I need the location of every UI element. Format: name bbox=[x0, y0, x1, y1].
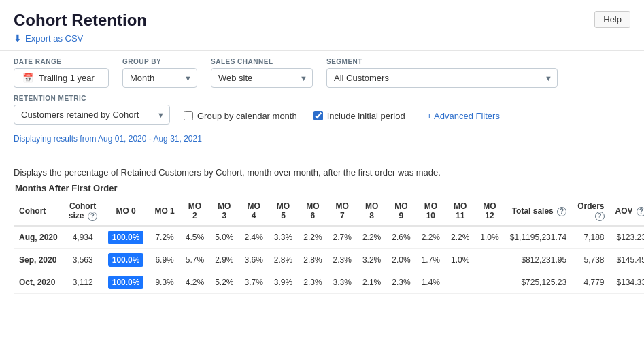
export-icon: ⬇ bbox=[14, 33, 22, 44]
cohort-size-help-icon[interactable]: ? bbox=[88, 212, 97, 221]
table-cell bbox=[475, 248, 504, 271]
segment-select-wrapper: All Customers ▼ bbox=[326, 68, 558, 88]
sales-channel-group: SALES CHANNEL Web site ▼ bbox=[211, 58, 313, 88]
table-cell: 100.0% bbox=[103, 271, 150, 293]
date-range-input[interactable]: 📅 Trailing 1 year bbox=[14, 68, 109, 88]
calendar-icon: 📅 bbox=[22, 73, 33, 83]
table-cell: 100.0% bbox=[103, 226, 150, 249]
table-cell: 2.8% bbox=[269, 248, 298, 271]
table-container: Months After First Order Cohort Cohortsi… bbox=[0, 183, 644, 308]
include-initial-label: Include initial period bbox=[327, 111, 405, 121]
table-cell: 1.4% bbox=[416, 271, 445, 293]
aov-help-icon[interactable]: ? bbox=[637, 207, 644, 216]
table-cell bbox=[445, 271, 475, 293]
table-cell: 5.0% bbox=[209, 226, 239, 249]
retention-metric-label: RETENTION METRIC bbox=[14, 95, 170, 102]
table-cell: 5.2% bbox=[209, 271, 239, 293]
group-by-calendar-checkbox[interactable]: Group by calendar month bbox=[184, 111, 297, 121]
group-by-calendar-input[interactable] bbox=[184, 111, 193, 120]
table-cell: 3.3% bbox=[328, 271, 357, 293]
table-cell: 3.7% bbox=[239, 271, 268, 293]
th-mo0: MO 0 bbox=[103, 197, 150, 226]
months-after-header: Months After First Order bbox=[14, 183, 630, 193]
th-mo3: MO3 bbox=[209, 197, 239, 226]
total-sales-help-icon[interactable]: ? bbox=[557, 207, 566, 216]
group-by-select[interactable]: Month Week Day bbox=[122, 68, 197, 88]
page-header: Cohort Retention Help bbox=[0, 0, 644, 33]
table-cell: 3.3% bbox=[269, 226, 298, 249]
table-cell: Aug, 2020 bbox=[14, 226, 63, 249]
table-cell: 5.7% bbox=[180, 248, 209, 271]
th-mo4: MO4 bbox=[239, 197, 268, 226]
th-total-sales: Total sales ? bbox=[505, 197, 572, 226]
th-cohort-size: Cohortsize ? bbox=[63, 197, 103, 226]
orders-help-icon[interactable]: ? bbox=[595, 212, 605, 221]
table-cell: 4.2% bbox=[180, 271, 209, 293]
table-cell: 7,188 bbox=[572, 226, 609, 249]
table-cell: 2.3% bbox=[328, 248, 357, 271]
page-title: Cohort Retention bbox=[14, 11, 147, 30]
retention-metric-group: RETENTION METRIC Customers retained by C… bbox=[14, 95, 170, 125]
th-cohort: Cohort bbox=[14, 197, 63, 226]
table-cell: 5,738 bbox=[572, 248, 609, 271]
group-by-group: GROUP BY Month Week Day ▼ bbox=[122, 58, 197, 88]
th-orders: Orders? bbox=[572, 197, 609, 226]
filters-row-2: RETENTION METRIC Customers retained by C… bbox=[14, 95, 630, 125]
checkboxes-row: Group by calendar month Include initial … bbox=[184, 108, 500, 124]
table-cell: 6.9% bbox=[149, 248, 180, 271]
filters-section: DATE RANGE 📅 Trailing 1 year GROUP BY Mo… bbox=[0, 50, 644, 156]
table-cell: 3.6% bbox=[239, 248, 268, 271]
table-header-row: Cohort Cohortsize ? MO 0 MO 1 MO2 MO3 MO… bbox=[14, 197, 644, 226]
table-cell: 2.3% bbox=[386, 271, 416, 293]
cohort-table: Cohort Cohortsize ? MO 0 MO 1 MO2 MO3 MO… bbox=[14, 197, 644, 294]
table-cell: $123.23 bbox=[610, 226, 645, 249]
table-cell: $134.33 bbox=[610, 271, 645, 293]
table-cell bbox=[475, 271, 504, 293]
description-section: Displays the percentage of Retained Cust… bbox=[0, 156, 644, 183]
advanced-filters-link[interactable]: + Advanced Filters bbox=[427, 111, 500, 121]
table-cell: 2.9% bbox=[209, 248, 239, 271]
export-link[interactable]: ⬇ Export as CSV bbox=[0, 33, 644, 50]
table-cell: $812,231.95 bbox=[505, 248, 572, 271]
th-mo11: MO11 bbox=[445, 197, 475, 226]
th-mo10: MO10 bbox=[416, 197, 445, 226]
table-cell: 4,779 bbox=[572, 271, 609, 293]
group-by-calendar-label: Group by calendar month bbox=[197, 111, 297, 121]
include-initial-checkbox[interactable]: Include initial period bbox=[313, 111, 405, 121]
retention-metric-select-wrapper: Customers retained by Cohort ▼ bbox=[14, 105, 170, 125]
date-display: Displaying results from Aug 01, 2020 - A… bbox=[14, 131, 630, 149]
table-cell: $145.45 bbox=[610, 248, 645, 271]
table-cell: 3,112 bbox=[63, 271, 103, 293]
table-row: Sep, 20203,563100.0%6.9%5.7%2.9%3.6%2.8%… bbox=[14, 248, 644, 271]
sales-channel-select[interactable]: Web site bbox=[211, 68, 313, 88]
th-mo6: MO6 bbox=[298, 197, 327, 226]
table-cell: 2.4% bbox=[239, 226, 268, 249]
group-by-select-wrapper: Month Week Day ▼ bbox=[122, 68, 197, 88]
th-mo5: MO5 bbox=[269, 197, 298, 226]
segment-select[interactable]: All Customers bbox=[326, 68, 558, 88]
table-cell: 2.3% bbox=[298, 271, 327, 293]
table-row: Aug, 20204,934100.0%7.2%4.5%5.0%2.4%3.3%… bbox=[14, 226, 644, 249]
th-mo2: MO2 bbox=[180, 197, 209, 226]
th-mo7: MO7 bbox=[328, 197, 357, 226]
th-mo8: MO8 bbox=[357, 197, 386, 226]
date-range-value: Trailing 1 year bbox=[39, 73, 95, 83]
segment-group: SEGMENT All Customers ▼ bbox=[326, 58, 558, 88]
table-cell: 2.8% bbox=[298, 248, 327, 271]
help-button[interactable]: Help bbox=[594, 11, 630, 28]
th-aov: AOV ? bbox=[610, 197, 645, 226]
table-body: Aug, 20204,934100.0%7.2%4.5%5.0%2.4%3.3%… bbox=[14, 226, 644, 294]
table-cell: 3.2% bbox=[357, 248, 386, 271]
table-cell: 2.6% bbox=[386, 226, 416, 249]
include-initial-input[interactable] bbox=[313, 111, 323, 120]
table-cell: $725,125.23 bbox=[505, 271, 572, 293]
table-cell: Sep, 2020 bbox=[14, 248, 63, 271]
table-cell: Oct, 2020 bbox=[14, 271, 63, 293]
table-cell: 2.0% bbox=[386, 248, 416, 271]
retention-metric-select[interactable]: Customers retained by Cohort bbox=[14, 105, 170, 125]
description-text: Displays the percentage of Retained Cust… bbox=[14, 167, 630, 178]
table-cell: 3,563 bbox=[63, 248, 103, 271]
sales-channel-label: SALES CHANNEL bbox=[211, 58, 313, 65]
table-cell: 9.3% bbox=[149, 271, 180, 293]
table-cell: 2.1% bbox=[357, 271, 386, 293]
